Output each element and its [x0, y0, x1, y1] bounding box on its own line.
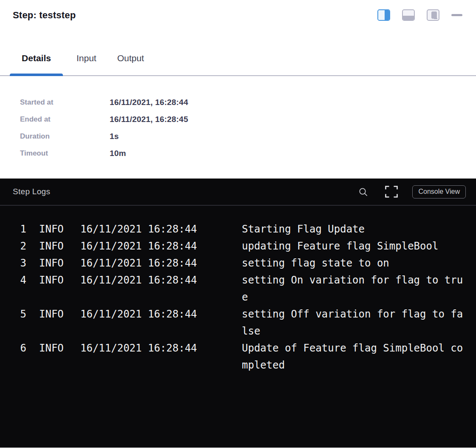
floating-panel-dash — [434, 18, 437, 19]
floating-panel-view-icon[interactable] — [427, 9, 439, 21]
detail-label: Ended at — [20, 115, 110, 124]
step-details-panel: Step: teststep Details Input Output Star… — [0, 0, 476, 448]
log-timestamp: 16/11/2021 16:28:44 — [80, 272, 198, 289]
log-line-number: 6 — [13, 340, 26, 357]
log-line: 1 INFO 16/11/2021 16:28:44 Starting Flag… — [13, 221, 468, 238]
step-logs-title: Step Logs — [13, 187, 358, 196]
log-line: 5 INFO 16/11/2021 16:28:44 setting Off v… — [13, 306, 468, 340]
split-right-pane — [385, 10, 389, 20]
detail-label: Duration — [20, 132, 110, 141]
log-timestamp: 16/11/2021 16:28:44 — [80, 238, 198, 255]
log-level: INFO — [39, 238, 65, 255]
log-message: Starting Flag Update — [242, 221, 466, 238]
log-level: INFO — [39, 340, 65, 357]
log-line: 4 INFO 16/11/2021 16:28:44 setting On va… — [13, 272, 468, 306]
split-left-pane — [378, 10, 385, 20]
log-line-number: 2 — [13, 238, 26, 255]
minimize-icon[interactable] — [451, 14, 462, 16]
bottom-panel-view-icon[interactable] — [402, 9, 415, 21]
layout-controls — [377, 9, 462, 21]
details-section: Started at 16/11/2021, 16:28:44 Ended at… — [0, 76, 476, 179]
tab-input[interactable]: Input — [76, 53, 96, 75]
log-timestamp: 16/11/2021 16:28:44 — [80, 340, 198, 357]
log-message: setting On variation for flag to true — [242, 272, 466, 306]
detail-label: Timeout — [20, 149, 110, 158]
detail-value: 10m — [110, 149, 126, 158]
log-level: INFO — [39, 221, 65, 238]
log-message: Update of Feature flag SimpleBool comple… — [242, 340, 466, 374]
step-logs-section: Step Logs Console View — [0, 179, 476, 448]
page-title: Step: teststep — [13, 9, 76, 21]
log-line: 6 INFO 16/11/2021 16:28:44 Update of Fea… — [13, 340, 468, 374]
bottom-view-top-pane — [403, 10, 414, 16]
split-right-view-icon[interactable] — [377, 9, 390, 21]
tab-details[interactable]: Details — [10, 53, 63, 75]
log-level: INFO — [39, 306, 65, 323]
log-timestamp: 16/11/2021 16:28:44 — [80, 255, 198, 272]
bottom-view-bottom-pane — [403, 16, 414, 20]
detail-label: Started at — [20, 98, 110, 107]
log-line: 3 INFO 16/11/2021 16:28:44 setting flag … — [13, 255, 468, 272]
detail-value: 16/11/2021, 16:28:44 — [110, 98, 188, 107]
log-message: setting Off variation for flag to false — [242, 306, 466, 340]
fullscreen-icon[interactable] — [385, 186, 398, 198]
search-icon[interactable] — [358, 187, 368, 197]
log-line-number: 3 — [13, 255, 26, 272]
detail-value: 16/11/2021, 16:28:45 — [110, 115, 188, 124]
log-message: setting flag state to on — [242, 255, 466, 272]
step-logs-header: Step Logs Console View — [0, 179, 476, 206]
log-timestamp: 16/11/2021 16:28:44 — [80, 306, 198, 323]
detail-value: 1s — [110, 132, 119, 141]
top-bar: Step: teststep — [0, 0, 476, 21]
step-logs-actions: Console View — [358, 185, 466, 198]
log-timestamp: 16/11/2021 16:28:44 — [80, 221, 198, 238]
detail-row-ended-at: Ended at 16/11/2021, 16:28:45 — [20, 111, 476, 128]
log-line-number: 1 — [13, 221, 26, 238]
tab-bar: Details Input Output — [0, 53, 476, 76]
detail-row-started-at: Started at 16/11/2021, 16:28:44 — [20, 94, 476, 111]
log-level: INFO — [39, 255, 65, 272]
log-line-number: 4 — [13, 272, 26, 289]
detail-row-duration: Duration 1s — [20, 128, 476, 145]
log-line: 2 INFO 16/11/2021 16:28:44 updating Feat… — [13, 238, 468, 255]
tab-output[interactable]: Output — [117, 53, 144, 75]
log-message: updating Feature flag SimpleBool — [242, 238, 466, 255]
log-lines: 1 INFO 16/11/2021 16:28:44 Starting Flag… — [0, 206, 476, 374]
log-line-number: 5 — [13, 306, 26, 323]
detail-row-timeout: Timeout 10m — [20, 145, 476, 162]
log-level: INFO — [39, 272, 65, 289]
console-view-button[interactable]: Console View — [412, 185, 466, 198]
